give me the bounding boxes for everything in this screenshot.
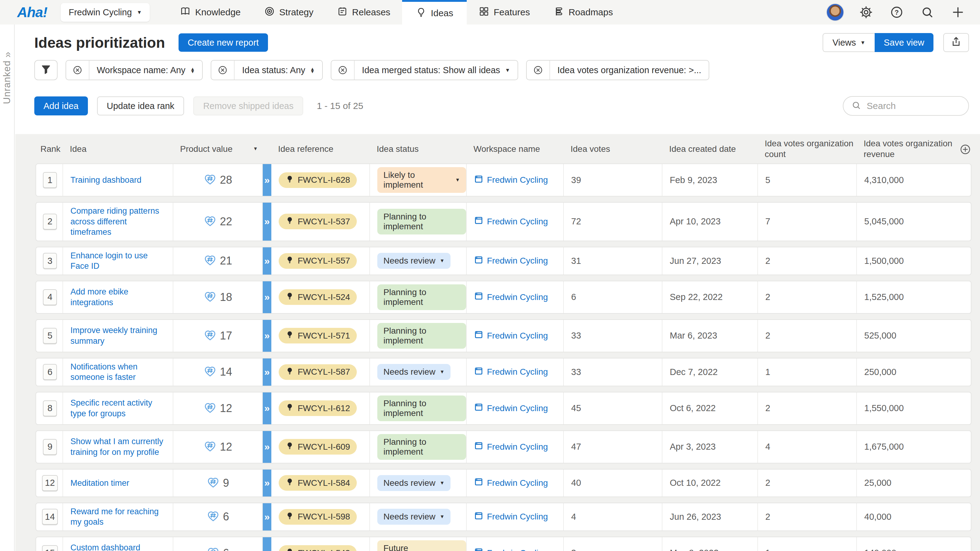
status-pill[interactable]: Likely to implement ▼ bbox=[377, 167, 466, 193]
rank-box[interactable]: 12 bbox=[42, 475, 58, 491]
col-header-created-date[interactable]: Idea created date bbox=[662, 144, 757, 154]
status-pill[interactable]: Needs review ▼ bbox=[377, 475, 450, 491]
user-avatar[interactable] bbox=[826, 3, 844, 21]
workspace-link[interactable]: Fredwin Cycling bbox=[487, 403, 548, 413]
col-header-product-value[interactable]: Product value▼ bbox=[173, 144, 262, 154]
help-icon[interactable]: ? bbox=[888, 4, 905, 21]
workspace-link[interactable]: Fredwin Cycling bbox=[487, 478, 548, 488]
expand-drawer-bar[interactable]: » bbox=[263, 359, 271, 386]
idea-link[interactable]: Improve weekly training summary bbox=[70, 325, 168, 346]
add-column-icon[interactable] bbox=[959, 143, 971, 157]
nav-item-features[interactable]: Features bbox=[467, 0, 541, 24]
workspace-selector[interactable]: Fredwin Cycling ▼ bbox=[60, 3, 150, 22]
idea-link[interactable]: Custom dashboard widgets bbox=[70, 542, 168, 551]
idea-reference-pill[interactable]: FWCYL-I-609 bbox=[279, 439, 357, 454]
idea-reference-pill[interactable]: FWCYL-I-628 bbox=[279, 172, 357, 188]
filter-chip-org-revenue[interactable]: Idea votes organization revenue: >... bbox=[526, 60, 709, 80]
table-search[interactable] bbox=[843, 96, 969, 116]
plus-icon[interactable] bbox=[950, 4, 967, 21]
rank-box[interactable]: 5 bbox=[43, 328, 57, 344]
expand-drawer-bar[interactable]: » bbox=[263, 203, 271, 241]
rank-box[interactable]: 6 bbox=[43, 364, 57, 380]
col-header-workspace-name[interactable]: Workspace name bbox=[466, 144, 563, 154]
search-input[interactable] bbox=[867, 101, 960, 111]
col-header-idea-votes[interactable]: Idea votes bbox=[563, 144, 662, 154]
rank-box[interactable]: 3 bbox=[43, 253, 57, 269]
search-icon[interactable] bbox=[919, 4, 936, 21]
views-button[interactable]: Views▼ bbox=[822, 33, 875, 52]
status-pill[interactable]: Planning to implement ▼ bbox=[377, 395, 466, 421]
settings-gear-icon[interactable] bbox=[858, 4, 875, 21]
expand-drawer-bar[interactable]: » bbox=[263, 503, 271, 530]
idea-link[interactable]: Add more ebike integrations bbox=[70, 286, 168, 308]
rank-box[interactable]: 9 bbox=[43, 439, 57, 455]
idea-link[interactable]: Training dashboard bbox=[70, 175, 142, 186]
col-header-idea[interactable]: Idea bbox=[62, 144, 173, 154]
expand-drawer-bar[interactable]: » bbox=[263, 431, 271, 463]
filter-chip-workspace-name[interactable]: Workspace name: Any▲▼ bbox=[65, 60, 203, 80]
expand-drawer-bar[interactable]: » bbox=[263, 247, 271, 275]
idea-reference-pill[interactable]: FWCYL-I-587 bbox=[279, 364, 357, 380]
workspace-link[interactable]: Fredwin Cycling bbox=[487, 292, 548, 302]
status-pill[interactable]: Needs review ▼ bbox=[377, 364, 450, 380]
idea-reference-pill[interactable]: FWCYL-I-584 bbox=[279, 475, 357, 491]
create-new-report-button[interactable]: Create new report bbox=[178, 33, 268, 52]
update-idea-rank-button[interactable]: Update idea rank bbox=[97, 97, 185, 115]
idea-reference-pill[interactable]: FWCYL-I-543 bbox=[279, 545, 357, 551]
col-header-idea-reference[interactable]: Idea reference bbox=[271, 144, 369, 154]
nav-item-strategy[interactable]: Strategy bbox=[252, 0, 325, 24]
status-pill[interactable]: Needs review ▼ bbox=[377, 509, 450, 525]
workspace-link[interactable]: Fredwin Cycling bbox=[487, 442, 548, 452]
workspace-link[interactable]: Fredwin Cycling bbox=[487, 256, 548, 266]
idea-link[interactable]: Specific recent activity type for groups bbox=[70, 398, 168, 419]
expand-drawer-bar[interactable]: » bbox=[263, 164, 271, 196]
expand-drawer-bar[interactable]: » bbox=[263, 537, 271, 551]
expand-drawer-bar[interactable]: » bbox=[263, 470, 271, 497]
rank-box[interactable]: 15 bbox=[42, 545, 58, 551]
filter-chip-merged-status[interactable]: Idea merged status: Show all ideas▼ bbox=[331, 60, 518, 80]
rank-box[interactable]: 2 bbox=[43, 214, 57, 230]
aha-logo[interactable]: Aha! bbox=[0, 0, 60, 24]
remove-shipped-ideas-button[interactable]: Remove shipped ideas bbox=[193, 97, 303, 115]
rank-box[interactable]: 8 bbox=[43, 400, 57, 416]
idea-reference-pill[interactable]: FWCYL-I-524 bbox=[279, 289, 357, 305]
remove-filter-icon[interactable] bbox=[527, 60, 550, 79]
unranked-sidebar[interactable]: Unranked » bbox=[0, 24, 15, 551]
status-pill[interactable]: Future consideration ▼ bbox=[377, 540, 466, 551]
idea-reference-pill[interactable]: FWCYL-I-612 bbox=[279, 400, 357, 416]
idea-reference-pill[interactable]: FWCYL-I-537 bbox=[279, 214, 357, 229]
nav-item-knowledge[interactable]: Knowledge bbox=[168, 0, 252, 24]
status-pill[interactable]: Needs review ▼ bbox=[377, 253, 450, 269]
col-header-rank[interactable]: Rank bbox=[35, 144, 62, 154]
workspace-link[interactable]: Fredwin Cycling bbox=[487, 217, 548, 227]
col-header-idea-status[interactable]: Idea status bbox=[369, 144, 466, 154]
status-pill[interactable]: Planning to implement ▼ bbox=[377, 284, 466, 310]
expand-drawer-bar[interactable]: » bbox=[263, 392, 271, 424]
col-header-org-count[interactable]: Idea votes organization count bbox=[757, 138, 856, 159]
status-pill[interactable]: Planning to implement ▼ bbox=[377, 434, 466, 460]
col-header-org-revenue[interactable]: Idea votes organization revenue bbox=[856, 138, 956, 159]
idea-link[interactable]: Notifications when someone is faster bbox=[70, 362, 168, 383]
expand-chevrons-icon[interactable]: » bbox=[1, 51, 13, 57]
filter-funnel-button[interactable] bbox=[34, 60, 57, 80]
workspace-link[interactable]: Fredwin Cycling bbox=[487, 331, 548, 341]
idea-link[interactable]: Meditation timer bbox=[70, 478, 129, 489]
idea-reference-pill[interactable]: FWCYL-I-598 bbox=[279, 509, 357, 525]
idea-link[interactable]: Compare riding patterns across different… bbox=[70, 206, 168, 238]
share-button[interactable] bbox=[943, 33, 969, 52]
remove-filter-icon[interactable] bbox=[66, 60, 89, 79]
workspace-link[interactable]: Fredwin Cycling bbox=[487, 175, 548, 185]
workspace-link[interactable]: Fredwin Cycling bbox=[487, 512, 548, 522]
nav-item-roadmaps[interactable]: Roadmaps bbox=[541, 0, 624, 24]
status-pill[interactable]: Planning to implement ▼ bbox=[377, 209, 466, 235]
idea-reference-pill[interactable]: FWCYL-I-571 bbox=[279, 328, 357, 343]
remove-filter-icon[interactable] bbox=[331, 60, 355, 79]
idea-link[interactable]: Show what I am currently training for on… bbox=[70, 436, 168, 457]
save-view-button[interactable]: Save view bbox=[875, 33, 934, 52]
filter-chip-idea-status[interactable]: Idea status: Any▲▼ bbox=[211, 60, 323, 80]
workspace-link[interactable]: Fredwin Cycling bbox=[487, 548, 548, 551]
nav-tab-ideas[interactable]: Ideas bbox=[402, 0, 467, 24]
rank-box[interactable]: 14 bbox=[42, 509, 58, 525]
rank-box[interactable]: 4 bbox=[43, 289, 57, 305]
workspace-link[interactable]: Fredwin Cycling bbox=[487, 367, 548, 377]
